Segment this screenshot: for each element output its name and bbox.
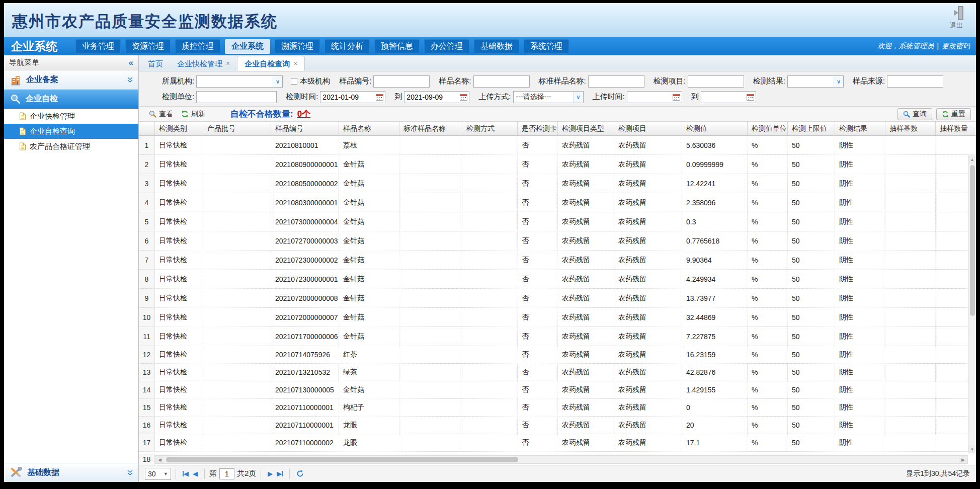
test-time-to-input[interactable] xyxy=(404,91,469,103)
org-select[interactable]: ∨ xyxy=(196,75,283,88)
column-header-11[interactable]: 检测值单位 xyxy=(748,122,788,135)
scroll-right-arrow-icon[interactable]: ▶ xyxy=(959,456,967,463)
table-row[interactable]: 3日常快检2021080500000002金针菇否农药残留农药残留12.4224… xyxy=(139,174,976,193)
test-item-input[interactable] xyxy=(688,75,744,88)
sample-source-input[interactable] xyxy=(887,75,943,88)
column-header-10[interactable]: 检测值 xyxy=(682,122,748,135)
chevron-down-icon[interactable]: ∨ xyxy=(273,76,282,87)
table-row[interactable]: 5日常快检2021073000000004金针菇否农药残留农药残留0.3%50阴… xyxy=(139,212,976,231)
tab-self-check-query[interactable]: 企业自检查询 × xyxy=(237,56,305,71)
std-sample-name-input[interactable] xyxy=(588,75,644,88)
test-time-to-field[interactable] xyxy=(404,91,469,103)
test-time-from-field[interactable] xyxy=(320,91,385,103)
test-unit-input[interactable] xyxy=(196,91,277,103)
test-time-from-input[interactable] xyxy=(320,91,385,103)
nav-item-7[interactable]: 办公管理 xyxy=(424,39,469,54)
logout-button[interactable]: 退出 xyxy=(945,5,968,30)
change-password-link[interactable]: 更改密码 xyxy=(942,42,970,51)
nav-item-9[interactable]: 系统管理 xyxy=(524,39,569,54)
table-row[interactable]: 7日常快检2021072300000002金针菇否农药残留农药残留9.90364… xyxy=(139,251,976,270)
horizontal-scrollbar-thumb[interactable] xyxy=(166,457,518,462)
nav-item-6[interactable]: 预警信息 xyxy=(374,39,420,54)
column-header-9[interactable]: 检测项目 xyxy=(614,122,682,135)
nav-item-2[interactable]: 质控管理 xyxy=(175,39,220,54)
upload-time-from-input[interactable] xyxy=(627,91,682,103)
column-header-15[interactable]: 抽样数量 xyxy=(936,122,976,135)
nav-item-3[interactable]: 企业系统 xyxy=(225,39,270,54)
upload-time-to-input[interactable] xyxy=(701,91,756,103)
column-header-7[interactable]: 是否检测卡 xyxy=(518,122,558,135)
horizontal-scrollbar-track[interactable] xyxy=(164,456,959,463)
tab-quick-check[interactable]: 企业快检管理 × xyxy=(170,56,237,71)
local-org-checkbox[interactable] xyxy=(291,78,297,85)
first-page-button[interactable]: ◀ xyxy=(183,470,189,477)
upload-mode-select[interactable]: ---请选择--- ∨ xyxy=(513,91,584,103)
test-result-select[interactable]: ∨ xyxy=(787,75,844,88)
sidebar-collapse-icon[interactable]: « xyxy=(129,58,133,68)
sidebar-item-quick-check[interactable]: 企业快检管理 xyxy=(4,109,138,124)
sidebar-section-base-data[interactable]: 基础数据 xyxy=(4,463,138,482)
column-header-12[interactable]: 检测上限值 xyxy=(788,122,835,135)
chevron-down-icon[interactable]: ∨ xyxy=(834,76,843,87)
table-row[interactable]: 13日常快检20210713210532绿茶否农药残留农药残留42.82876%… xyxy=(139,364,976,381)
query-button[interactable]: 查询 xyxy=(897,108,932,120)
scroll-left-arrow-icon[interactable]: ◀ xyxy=(155,456,164,463)
table-row[interactable]: 17日常快检202107110000002龙眼否农药残留农药残留17.1%50阴… xyxy=(139,434,976,452)
nav-item-5[interactable]: 统计分析 xyxy=(324,39,370,54)
sample-no-input[interactable] xyxy=(373,75,430,88)
table-row[interactable]: 2日常快检2021080900000001金针菇否农药残留农药残留0.09999… xyxy=(139,155,976,174)
table-row[interactable]: 16日常快检202107110000001龙眼否农药残留农药残留20%50阴性 xyxy=(139,417,976,434)
vertical-scrollbar-thumb[interactable] xyxy=(970,165,975,316)
nav-item-0[interactable]: 业务管理 xyxy=(75,39,121,54)
table-row[interactable]: 4日常快检2021080300000001金针菇否农药残留农药残留2.35809… xyxy=(139,193,976,212)
table-row[interactable]: 10日常快检2021072000000007金针菇否农药残留农药残留32.448… xyxy=(139,308,976,327)
table-row[interactable]: 11日常快检2021071700000006金针菇否农药残留农药残留7.2278… xyxy=(139,327,976,346)
column-header-1[interactable]: 检测类别 xyxy=(155,122,203,135)
chevron-double-down-icon[interactable] xyxy=(127,469,133,476)
table-row[interactable]: 12日常快检20210714075926红茶否农药残留农药残留16.23159%… xyxy=(139,346,976,364)
table-row[interactable]: 6日常快检2021072700000003金针菇否农药残留农药残留0.77656… xyxy=(139,231,976,251)
table-row[interactable]: 1日常快检20210810001荔枝否农药残留农药残留5.630036%50阴性 xyxy=(139,136,976,155)
upload-time-to-field[interactable] xyxy=(701,91,756,103)
reset-button[interactable]: 重置 xyxy=(936,108,971,120)
sidebar-item-self-check-query[interactable]: 企业自检查询 xyxy=(4,124,138,139)
vertical-scrollbar[interactable]: ▲ ▼ xyxy=(968,155,976,453)
tab-home[interactable]: 首页 xyxy=(141,56,170,71)
column-header-14[interactable]: 抽样基数 xyxy=(885,122,936,135)
column-header-5[interactable]: 标准样品名称 xyxy=(399,122,462,135)
refresh-button[interactable]: 刷新 xyxy=(181,110,205,119)
page-size-select[interactable]: 30 ▼ xyxy=(145,468,171,480)
reload-button[interactable] xyxy=(296,470,304,477)
chevron-double-down-icon[interactable] xyxy=(127,76,133,83)
sidebar-section-company-record[interactable]: 企业备案 xyxy=(4,70,138,90)
view-button[interactable]: 查看 xyxy=(149,110,173,119)
page-number-input[interactable] xyxy=(219,468,234,479)
nav-item-1[interactable]: 资源管理 xyxy=(125,39,171,54)
scroll-up-arrow-icon[interactable]: ▲ xyxy=(968,155,976,164)
nav-item-4[interactable]: 溯源管理 xyxy=(275,39,320,54)
column-header-8[interactable]: 检测项目类型 xyxy=(558,122,614,135)
table-row[interactable]: 14日常快检202107130000005金针菇否农药残留农药残留1.42915… xyxy=(139,381,976,399)
column-header-3[interactable]: 样品编号 xyxy=(271,122,339,135)
chevron-down-icon[interactable]: ∨ xyxy=(574,92,583,103)
next-page-button[interactable]: ▶ xyxy=(268,470,273,477)
prev-page-button[interactable]: ◀ xyxy=(193,470,198,477)
column-header-2[interactable]: 产品批号 xyxy=(203,122,271,135)
column-header-4[interactable]: 样品名称 xyxy=(339,122,399,135)
table-row[interactable]: 8日常快检2021072300000001金针菇否农药残留农药残留4.24993… xyxy=(139,270,976,289)
fail-count-value[interactable]: 0个 xyxy=(297,108,310,120)
upload-time-from-field[interactable] xyxy=(627,91,682,103)
scroll-down-arrow-icon[interactable]: ▼ xyxy=(968,445,976,453)
table-row[interactable]: 15日常快检202107110000001枸杞子否农药残留农药残留0%50阴性 xyxy=(139,399,976,417)
column-header-0[interactable] xyxy=(139,122,155,135)
last-page-button[interactable]: ▶ xyxy=(277,470,283,477)
tab-close-icon[interactable]: × xyxy=(293,56,297,71)
table-row[interactable]: 9日常快检2021072000000008金针菇否农药残留农药残留13.7397… xyxy=(139,289,976,308)
tab-close-icon[interactable]: × xyxy=(226,56,230,71)
sample-name-input[interactable] xyxy=(473,75,530,88)
sidebar-section-self-check[interactable]: 企业自检 xyxy=(4,90,138,109)
sidebar-item-certificate[interactable]: 农产品合格证管理 xyxy=(4,139,138,154)
nav-item-8[interactable]: 基础数据 xyxy=(474,39,519,54)
column-header-13[interactable]: 检测结果 xyxy=(835,122,885,135)
horizontal-scrollbar[interactable]: ◀ ▶ xyxy=(155,455,968,464)
